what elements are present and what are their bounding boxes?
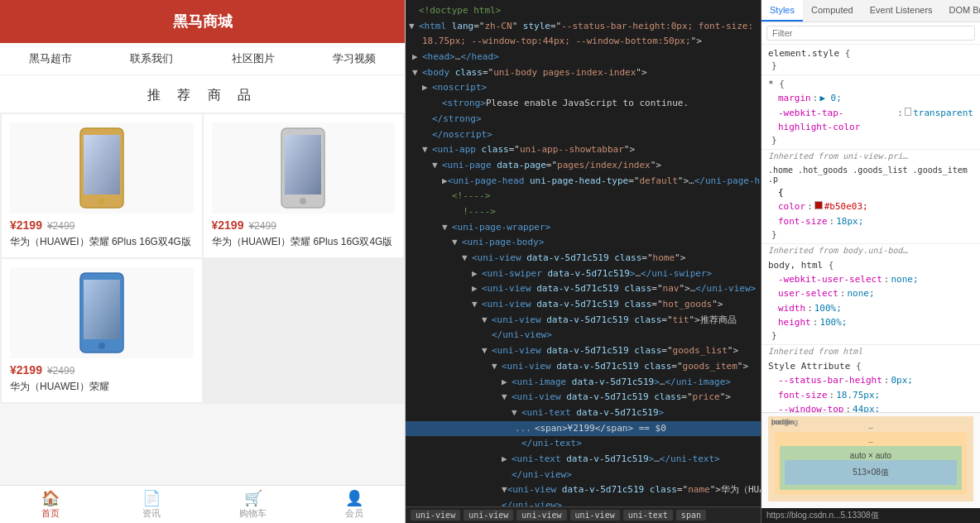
- mobile-preview-panel: 黑马商城 黑马超市 联系我们 社区图片 学习视频 推 荐 商 品: [0, 0, 406, 523]
- collapse-arrow[interactable]: ▼: [409, 19, 419, 35]
- collapse-arrow[interactable]: ▼: [482, 313, 492, 329]
- filter-input[interactable]: [766, 26, 975, 41]
- html-line[interactable]: ▼ <html lang="zh-CN" style="--status-bar…: [406, 19, 761, 35]
- collapse-arrow[interactable]: ▼: [432, 158, 442, 174]
- tabbar-cart[interactable]: 🛒 购物车: [203, 491, 304, 520]
- collapse-arrow[interactable]: ▶: [502, 452, 512, 468]
- highlighted-line[interactable]: ... <span>¥2199</span> == $0: [406, 421, 761, 437]
- collapse-arrow[interactable]: [412, 34, 422, 50]
- collapse-arrow[interactable]: ▼: [502, 390, 512, 405]
- status-bar: https://blog.csdn.n...5.13308值: [761, 508, 980, 523]
- style-prop: --status-bar-height: 0px;: [768, 373, 973, 388]
- html-line[interactable]: ▼ <uni-text data-v-5d71c519>: [406, 405, 761, 421]
- html-line[interactable]: ▼ <uni-app class="uni-app--showtabbar">: [406, 142, 761, 158]
- collapse-arrow[interactable]: ▶: [442, 174, 448, 190]
- collapse-arrow[interactable]: ▼: [442, 220, 452, 236]
- html-line[interactable]: ▼ <uni-view data-v-5d71c519 class="goods…: [406, 343, 761, 359]
- collapse-arrow[interactable]: ▶: [412, 50, 422, 65]
- app-title: 黑马商城: [173, 13, 233, 30]
- collapse-arrow[interactable]: ▼: [472, 297, 482, 313]
- collapse-arrow[interactable]: ▶: [502, 375, 512, 391]
- collapse-arrow[interactable]: ▶: [472, 266, 482, 282]
- collapse-arrow[interactable]: ▶: [472, 281, 482, 297]
- html-line[interactable]: </noscript>: [406, 127, 761, 143]
- nav-item-supermarket[interactable]: 黑马超市: [0, 43, 101, 74]
- html-line[interactable]: ▶ <uni-view data-v-5d71c519 class="nav">…: [406, 281, 761, 297]
- collapse-arrow[interactable]: [409, 3, 419, 19]
- html-line[interactable]: </strong>: [406, 112, 761, 127]
- collapse-arrow[interactable]: [422, 112, 432, 127]
- collapse-arrow[interactable]: [442, 204, 452, 220]
- collapse-arrow[interactable]: ▼: [412, 65, 422, 81]
- goods-name: 华为（HUAWEI）荣耀 6Plus 16G双4G版: [10, 235, 194, 249]
- html-line[interactable]: ▼ <uni-page data-page="pages/index/index…: [406, 158, 761, 174]
- product-image: [10, 267, 194, 358]
- html-line[interactable]: ▼ <uni-view data-v-5d71c519 class="name"…: [406, 482, 761, 498]
- html-line[interactable]: <!doctype html>: [406, 3, 761, 19]
- collapse-arrow[interactable]: ▼: [482, 343, 492, 359]
- tag-pill[interactable]: span: [676, 510, 706, 521]
- inherited-from-label: Inherited from html: [761, 345, 980, 357]
- tabbar-news[interactable]: 📄 资讯: [101, 491, 202, 520]
- html-line[interactable]: ▶ <uni-page-head uni-page-head-type="def…: [406, 174, 761, 190]
- collapse-arrow[interactable]: [422, 127, 432, 143]
- html-line[interactable]: ▶ <uni-image data-v-5d71c519>…</uni-imag…: [406, 375, 761, 391]
- goods-item[interactable]: ¥2199 ¥2499 华为（HUAWEI）荣耀 6Plus 16G双4G版: [204, 114, 404, 257]
- tag-pill[interactable]: uni-text: [623, 510, 673, 521]
- collapse-arrow[interactable]: ▼: [512, 405, 521, 421]
- tab-event-listeners[interactable]: Event Listeners: [862, 0, 941, 22]
- tab-computed[interactable]: Computed: [803, 0, 862, 22]
- collapse-arrow[interactable]: ▼: [422, 142, 432, 158]
- html-line[interactable]: <!---->: [406, 189, 761, 204]
- html-line[interactable]: ▼ <uni-view data-v-5d71c519 class="hot_g…: [406, 297, 761, 313]
- nav-item-contact[interactable]: 联系我们: [101, 43, 202, 74]
- html-line[interactable]: ▼ <uni-view data-v-5d71c519 class="goods…: [406, 359, 761, 375]
- price-current: ¥2199: [10, 363, 42, 377]
- html-line[interactable]: ▶ <head>…</head>: [406, 50, 761, 65]
- svg-rect-10: [84, 280, 120, 339]
- tag-pill[interactable]: uni-view: [516, 510, 566, 521]
- price-current: ¥2199: [212, 218, 244, 232]
- goods-item[interactable]: ¥2199 ¥2499 华为（HUAWEI）荣耀: [2, 259, 202, 402]
- style-prop: width: 100%;: [768, 301, 973, 316]
- collapse-arrow[interactable]: [482, 328, 492, 343]
- html-line[interactable]: 18.75px; --window-top:44px; --window-bot…: [406, 34, 761, 50]
- html-line[interactable]: ▼ <body class="uni-body pages-index-inde…: [406, 65, 761, 81]
- nav-item-community[interactable]: 社区图片: [203, 43, 304, 74]
- collapse-arrow[interactable]: ▼: [452, 235, 462, 251]
- html-line[interactable]: </uni-text>: [406, 436, 761, 452]
- html-line[interactable]: <strong>Please enable JavaScript to cont…: [406, 96, 761, 112]
- collapse-arrow[interactable]: [442, 189, 452, 204]
- html-line[interactable]: ▶ <uni-swiper data-v-5d71c519>…</uni-swi…: [406, 266, 761, 282]
- color-swatch: [905, 108, 911, 116]
- html-line[interactable]: </uni-view>: [406, 328, 761, 343]
- html-line[interactable]: </uni-view>: [406, 468, 761, 483]
- collapse-arrow[interactable]: ▼: [492, 359, 502, 375]
- tag-pill[interactable]: uni-view: [411, 510, 460, 521]
- tag-pill[interactable]: uni-view: [570, 510, 620, 521]
- goods-item[interactable]: ¥2199 ¥2499 华为（HUAWEI）荣耀 6Plus 16G双4G版: [2, 114, 202, 257]
- html-line[interactable]: ▶ <uni-text data-v-5d71c519>…</uni-text>: [406, 452, 761, 468]
- html-line[interactable]: !---->: [406, 204, 761, 220]
- tag-pill[interactable]: uni-view: [464, 510, 513, 521]
- tabbar-home[interactable]: 🏠 首页: [0, 491, 101, 520]
- tab-dom-bre[interactable]: DOM Bre...: [941, 0, 980, 22]
- html-line[interactable]: ▶ <noscript>: [406, 80, 761, 96]
- devtools-tabs: Styles Computed Event Listeners DOM Bre.…: [761, 0, 980, 22]
- collapse-arrow[interactable]: ▼: [462, 251, 472, 266]
- collapse-arrow[interactable]: [432, 96, 442, 112]
- nav-item-videos[interactable]: 学习视频: [304, 43, 405, 74]
- collapse-arrow[interactable]: [512, 436, 521, 452]
- tabbar-member[interactable]: 👤 会员: [304, 491, 405, 520]
- html-line[interactable]: ▼ <uni-view data-v-5d71c519 class="home"…: [406, 251, 761, 266]
- collapse-arrow[interactable]: ▶: [422, 80, 432, 96]
- html-line[interactable]: ▼ <uni-page-body>: [406, 235, 761, 251]
- home-icon: 🏠: [41, 491, 60, 506]
- collapse-arrow[interactable]: ▼: [502, 482, 507, 498]
- html-line[interactable]: ▼ <uni-view data-v-5d71c519 class="price…: [406, 390, 761, 405]
- collapse-arrow[interactable]: [502, 468, 512, 483]
- html-line[interactable]: ▼ <uni-page-wrapper>: [406, 220, 761, 236]
- tab-styles[interactable]: Styles: [761, 0, 803, 22]
- html-line[interactable]: ▼ <uni-view data-v-5d71c519 class="tit">…: [406, 313, 761, 329]
- status-url: https://blog.csdn.n...5.13308值: [766, 511, 879, 520]
